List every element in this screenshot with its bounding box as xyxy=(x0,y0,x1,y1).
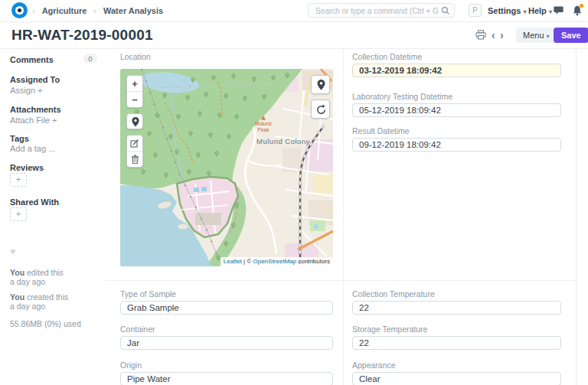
settings-menu[interactable]: Settings ▾ xyxy=(488,0,526,21)
location-label: Location xyxy=(120,52,151,61)
breadcrumb: › Agriculture › Water Analysis xyxy=(32,0,163,21)
field-label: Laboratory Testing Datetime xyxy=(352,92,561,101)
global-search xyxy=(308,3,455,18)
zoom-out-button[interactable]: − xyxy=(127,91,142,107)
chevron-right-icon: › xyxy=(93,6,96,15)
container-field: Container xyxy=(120,325,333,350)
edit-icon xyxy=(130,139,139,148)
app-window: { "navbar": { "breadcrumb_1": "Agricultu… xyxy=(0,0,588,385)
field-label: Container xyxy=(120,325,333,334)
leaflet-link[interactable]: Leaflet xyxy=(224,258,242,265)
app-logo-icon[interactable] xyxy=(11,2,28,18)
marker-icon xyxy=(317,80,325,90)
marker-icon xyxy=(132,117,139,127)
share-button[interactable]: + xyxy=(10,207,27,221)
search-icon xyxy=(441,6,450,15)
locate-button[interactable] xyxy=(311,75,330,94)
form-sidebar: Comments 0 Assigned To Assign + Attachme… xyxy=(0,48,106,385)
reviews-label: Reviews xyxy=(10,163,44,172)
attach-file-link[interactable]: Attach File + xyxy=(10,116,57,125)
zoom-in-button[interactable]: + xyxy=(127,76,142,91)
edited-activity: You edited thisa day ago xyxy=(10,268,64,286)
type-of-sample-field: Type of Sample xyxy=(120,289,333,315)
section-divider xyxy=(106,280,576,281)
form-body: Location xyxy=(106,48,577,385)
field-label: Collection Temperature xyxy=(352,289,561,299)
next-record-icon[interactable]: › xyxy=(500,30,504,41)
tags-label: Tags xyxy=(10,134,29,143)
map-label-colony: Mulund Colony xyxy=(256,137,310,145)
attachments-label: Attachments xyxy=(10,105,61,114)
prev-record-icon[interactable]: ‹ xyxy=(492,30,495,41)
draw-marker-button[interactable] xyxy=(126,113,143,129)
laboratory-testing-datetime-input[interactable] xyxy=(352,103,561,117)
chevron-down-icon: ▾ xyxy=(523,8,526,15)
map-zoom-control: + − xyxy=(126,75,143,108)
comments-count-badge: 0 xyxy=(83,54,97,64)
field-label: Origin xyxy=(120,361,333,370)
column-divider xyxy=(343,280,344,385)
refresh-icon xyxy=(315,104,327,116)
location-map[interactable]: Mulund Peak Mulund Colony + − Leaflet | … xyxy=(120,69,333,266)
delete-layers-button[interactable] xyxy=(127,151,142,167)
storage-temperature-field: Storage Temperature xyxy=(352,325,561,350)
avatar[interactable]: P xyxy=(469,4,482,17)
map-canvas[interactable]: Mulund Peak Mulund Colony xyxy=(120,69,333,266)
trash-icon xyxy=(131,155,139,164)
result-datetime-field: Result Datetime xyxy=(352,126,561,152)
collection-temperature-field: Collection Temperature xyxy=(352,289,561,315)
assigned-to-label: Assigned To xyxy=(10,75,60,84)
page-title: HR-WAT-2019-00001 xyxy=(11,27,153,44)
print-icon[interactable] xyxy=(475,30,486,40)
origin-field: Origin xyxy=(120,361,333,385)
type-of-sample-input[interactable] xyxy=(120,301,333,315)
openstreetmap-link[interactable]: OpenStreetMap xyxy=(253,258,296,265)
map-attribution: Leaflet | © OpenStreetMap contributors xyxy=(220,257,333,266)
shared-with-label: Shared With xyxy=(10,197,59,207)
collection-temperature-input[interactable] xyxy=(352,301,561,315)
add-review-button[interactable]: + xyxy=(10,173,27,187)
like-heart-icon[interactable]: ♥ xyxy=(10,246,16,257)
field-label: Type of Sample xyxy=(120,289,333,299)
notification-dot xyxy=(580,4,583,8)
map-label-peak-1: Mulund xyxy=(255,121,272,126)
menu-button[interactable]: Menu ▾ xyxy=(516,28,557,43)
top-navbar: › Agriculture › Water Analysis P Setting… xyxy=(0,0,588,22)
collection-datetime-field: Collection Datetime xyxy=(352,52,561,77)
origin-input[interactable] xyxy=(120,372,333,385)
storage-usage: 55.86MB (0%) used xyxy=(10,319,81,328)
column-divider xyxy=(343,48,344,280)
field-label: Result Datetime xyxy=(352,126,561,135)
assign-link[interactable]: Assign + xyxy=(10,86,43,95)
appearance-field: Appearance xyxy=(352,361,561,385)
chevron-right-icon: › xyxy=(32,6,35,15)
breadcrumb-agriculture[interactable]: Agriculture xyxy=(42,6,87,15)
field-label: Appearance xyxy=(352,361,561,370)
created-activity: You created thisa day ago xyxy=(10,292,68,311)
collection-datetime-input[interactable] xyxy=(352,64,561,77)
add-tag-input[interactable]: Add a tag ... xyxy=(10,144,55,153)
map-label-peak-2: Peak xyxy=(258,127,270,132)
edit-layers-button[interactable] xyxy=(127,135,142,151)
search-input[interactable] xyxy=(314,4,439,18)
breadcrumb-water-analysis[interactable]: Water Analysis xyxy=(103,6,163,15)
field-label: Collection Datetime xyxy=(352,52,561,61)
chevron-down-icon: ▾ xyxy=(547,33,550,40)
page-head: HR-WAT-2019-00001 ‹ › Menu ▾ Save xyxy=(0,21,588,49)
refresh-map-button[interactable] xyxy=(311,100,330,119)
chevron-down-icon: ▾ xyxy=(549,8,552,15)
laboratory-testing-datetime-field: Laboratory Testing Datetime xyxy=(352,92,561,117)
container-input[interactable] xyxy=(120,336,333,350)
storage-temperature-input[interactable] xyxy=(352,336,561,350)
map-edit-control xyxy=(126,135,143,168)
chat-icon[interactable] xyxy=(554,6,564,15)
save-button[interactable]: Save xyxy=(554,28,588,43)
help-menu[interactable]: Help ▾ xyxy=(528,0,552,21)
result-datetime-input[interactable] xyxy=(352,138,561,152)
comments-label[interactable]: Comments xyxy=(10,55,54,64)
field-label: Storage Temperature xyxy=(352,325,561,334)
appearance-input[interactable] xyxy=(352,372,561,385)
